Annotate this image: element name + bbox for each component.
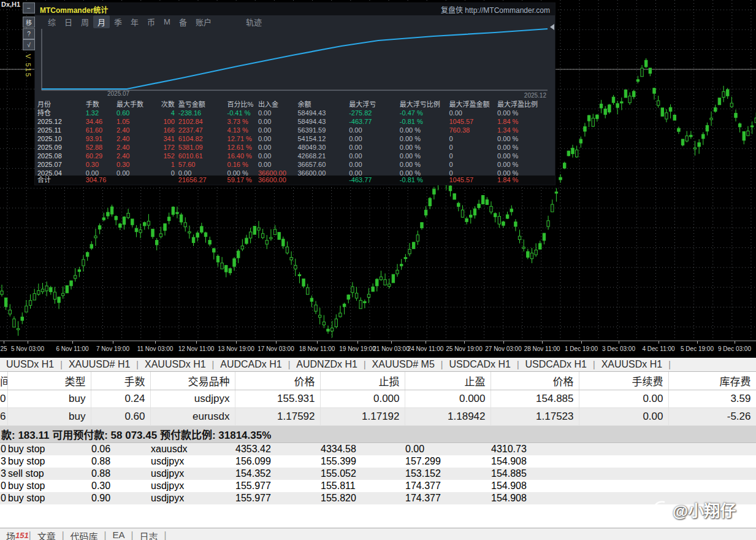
help-button[interactable]: ? [23,28,35,39]
chart-tab-7[interactable]: USDCADx H1 [519,359,593,370]
stats-cell: 2025.10 [35,134,83,143]
trade-cell: 1.18942 [405,408,491,426]
toolbox-tab-market[interactable]: 场 [0,528,15,540]
stats-cell: -0.47 % [397,109,447,117]
candle [457,203,460,206]
toolbox-tab-代码库[interactable]: 代码库 [64,528,104,540]
trade-cell: 4310.73 [491,443,579,455]
trade-row[interactable]: 3buy stop0.88usdjpyx156.099155.399157.29… [0,455,756,468]
stats-cell: 0.00 [446,109,495,117]
axis-tick [28,341,28,344]
stats-row: 2025.070.300.30157.600.16 %0.0036657.600… [35,160,554,169]
stats-cell: 58494.43 [295,117,346,126]
trade-col-header[interactable]: 价格 [235,372,320,390]
stats-cell: 152 [159,152,176,160]
axis-tick [697,341,698,344]
trade-col-header[interactable]: 交易品种 [150,372,235,390]
candle [587,115,590,121]
stats-cell: 2025.08 [35,152,83,160]
candle [620,102,623,103]
chart-tab-6[interactable]: USDCADx H1 [443,359,516,370]
panel-menu-item-轨迹[interactable]: 轨迹 [242,15,266,28]
panel-menu-item-M[interactable]: M [159,17,175,27]
trade-col-header[interactable]: 止损 [320,372,405,390]
panel-header[interactable]: MTCommander统计 复盘侠 http://MTCommander.com [35,3,555,15]
stats-cell: 2.40 [114,126,159,134]
trade-row[interactable]: 3sell stop0.88usdjpyx154.352155.052153.1… [0,468,756,480]
axis-tick [357,341,358,344]
chart-tab-1[interactable]: XAUUSD# H1 [63,359,136,370]
panel-menu-item-日[interactable]: 日 [60,15,77,28]
stats-cell: 12.61 % [225,143,256,152]
panel-menu-item-备[interactable]: 备 [175,15,191,28]
stats-cell: 0.00 % [397,143,447,152]
chart-tab-3[interactable]: AUDCADx H1 [214,359,288,370]
trade-cell: 0 [0,492,7,504]
chart-tab-2[interactable]: XAUUSDx H1 [139,359,212,370]
candle [673,115,676,120]
time-axis[interactable]: 255 Nov 03:006 Nov 11:007 Nov 19:0011 No… [0,341,756,358]
chart-tab-5[interactable]: XAUUSD# M5 [366,359,441,370]
candle [167,217,170,221]
trade-cell: 157.299 [405,455,491,468]
trade-row[interactable]: 0buy stop0.06xauusdx4353.424334.580.0043… [0,443,756,455]
stats-cell: 0 [446,160,495,169]
stats-cell: 2025.11 [35,126,83,134]
time-axis-label: 4 Dec 11:00 [642,345,674,352]
confirm-button[interactable]: √ [23,39,35,50]
candle [718,98,720,105]
trade-col-header[interactable]: 手数 [91,372,150,390]
trade-col-header[interactable]: 止盈 [405,372,491,390]
toolbox-tab-EA[interactable]: EA [106,528,131,540]
candle [216,256,219,262]
trade-row[interactable]: 0buy stop0.30usdjpyx155.977155.811174.37… [0,480,756,492]
trade-col-header[interactable]: 手续费 [579,372,668,390]
chart-tab-0[interactable]: UUSDx H1 [0,359,60,370]
trade-cell: 155.052 [320,468,405,480]
trade-col-header[interactable]: 价格 [491,372,579,390]
chart-tab-4[interactable]: AUDNZDx H1 [290,359,364,370]
trade-cell: usdjpyx [150,480,235,492]
chart-tab-8[interactable]: XAUUSDx H1 [595,359,669,370]
panel-menu-item-年[interactable]: 年 [126,15,143,28]
trade-col-header[interactable]: 间 [0,372,7,390]
stats-total-cell: 304.76 [83,176,114,185]
panel-menu-item-季[interactable]: 季 [110,15,126,28]
trade-cell: 1.17592 [235,408,320,426]
toolbox-tab-bar[interactable]: 场151|文章|代码库|EA|日志| [0,528,756,540]
trade-cell: xauusdx [150,443,235,455]
candle [514,222,517,226]
stats-cell: 6010.61 [176,152,225,160]
panel-menu-item-月[interactable]: 月 [93,15,110,28]
mtcommander-stats-panel[interactable]: MTCommander统计 复盘侠 http://MTCommander.com… [35,3,555,185]
trade-cell: buy [7,390,91,408]
candle [310,298,313,301]
candle [45,286,48,291]
minimize-button[interactable]: − [23,2,35,14]
candle [490,206,492,212]
panel-menu-item-账户[interactable]: 账户 [191,15,216,28]
panel-menu-item-周[interactable]: 周 [77,15,93,28]
candle [151,229,154,236]
stats-row: 2025.1161.602.401662237.474.13 %0.005639… [35,126,554,134]
monthly-stats-table: 月份手数最大手数次数盈亏金额百分比%出入金余额最大浮亏最大浮亏比例最大浮盈金额最… [35,100,554,177]
time-axis-label: 19 Nov 19:00 [339,345,376,352]
toolbox-tab-日志[interactable]: 日志 [133,528,164,540]
stats-cell: 61.60 [83,126,114,134]
candle [184,223,186,227]
stats-total-cell: 合计 [35,176,83,185]
move-button[interactable]: 移 [23,17,35,28]
trade-row[interactable]: 6buy0.60eurusdx1.175921.171921.189421.17… [0,408,756,426]
toolbox-tab-文章[interactable]: 文章 [31,528,62,540]
trade-col-header[interactable]: 库存费 [668,372,756,390]
trade-col-header[interactable]: 类型 [7,372,91,390]
candle [17,328,19,330]
panel-menu-item-币[interactable]: 币 [143,15,159,28]
chart-tab-bar[interactable]: UUSDx H1|XAUUSD# H1|XAUUSDx H1|AUDCADx H… [0,358,756,372]
panel-brand-link[interactable]: 复盘侠 http://MTCommander.com [441,4,550,15]
panel-menu-item-综[interactable]: 综 [44,15,60,28]
stats-cell: 48049.30 [295,143,346,152]
trade-row[interactable]: 0buy stop0.90usdjpyx155.977155.820174.37… [0,492,756,504]
candle [229,269,231,273]
trade-row[interactable]: 0buy0.24usdjpyx155.9310.0000.000154.8850… [0,390,756,408]
